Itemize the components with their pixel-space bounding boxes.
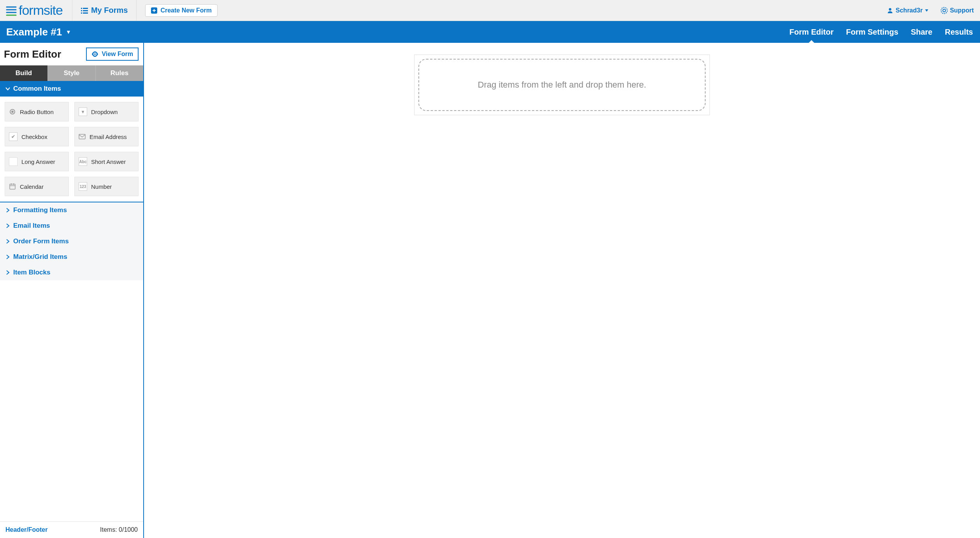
chevron-down-icon — [5, 86, 10, 91]
tab-form-settings-label: Form Settings — [846, 28, 898, 36]
logo[interactable]: formsite — [0, 0, 72, 21]
envelope-icon — [79, 132, 86, 141]
svg-rect-17 — [79, 134, 85, 139]
form-name-dropdown[interactable]: Example #1 ▼ — [6, 26, 71, 38]
section-common-items-label: Common Items — [13, 85, 61, 93]
svg-rect-9 — [83, 12, 88, 14]
sidebar: Form Editor View Form Build Style Rules … — [0, 43, 144, 538]
header-footer-link[interactable]: Header/Footer — [5, 526, 47, 533]
item-radio-button[interactable]: Radio Button — [5, 102, 69, 121]
chevron-right-icon — [5, 239, 10, 244]
svg-point-14 — [94, 53, 96, 55]
chevron-right-icon — [5, 223, 10, 228]
item-dropdown-label: Dropdown — [91, 109, 118, 115]
eye-icon — [91, 51, 98, 57]
section-email-items-label: Email Items — [13, 222, 50, 230]
svg-rect-18 — [10, 184, 15, 189]
chevron-right-icon — [5, 208, 10, 213]
calendar-icon — [9, 182, 16, 191]
create-new-form-label: Create New Form — [160, 7, 212, 14]
my-forms-link[interactable]: My Forms — [72, 0, 136, 21]
item-short-answer-label: Short Answer — [91, 158, 126, 165]
topbar-separator — [136, 0, 137, 21]
item-number[interactable]: 123 Number — [74, 177, 139, 196]
item-long-answer[interactable]: Long Answer — [5, 152, 69, 171]
item-email-address[interactable]: Email Address — [74, 127, 139, 146]
tab-share-label: Share — [911, 28, 933, 36]
section-matrix-grid-items[interactable]: Matrix/Grid Items — [0, 249, 143, 265]
item-long-answer-label: Long Answer — [21, 158, 55, 165]
svg-rect-4 — [81, 8, 82, 9]
tab-results-label: Results — [945, 28, 973, 36]
section-order-form-items[interactable]: Order Form Items — [0, 234, 143, 249]
svg-point-13 — [943, 9, 945, 12]
subtab-build-label: Build — [16, 69, 32, 77]
item-short-answer[interactable]: Abc Short Answer — [74, 152, 139, 171]
view-form-button[interactable]: View Form — [86, 47, 139, 61]
tab-share[interactable]: Share — [910, 28, 933, 37]
subtab-rules-label: Rules — [111, 69, 128, 77]
section-email-items[interactable]: Email Items — [0, 218, 143, 234]
items-grid: Radio Button ▾ Dropdown ✔ Checkbox Email… — [0, 97, 143, 202]
section-matrix-grid-items-label: Matrix/Grid Items — [13, 253, 67, 261]
item-radio-button-label: Radio Button — [20, 109, 54, 115]
section-common-items[interactable]: Common Items — [0, 81, 143, 97]
item-email-address-label: Email Address — [90, 134, 127, 140]
subtab-rules[interactable]: Rules — [95, 65, 143, 81]
item-number-label: Number — [91, 183, 112, 190]
drop-zone-hint: Drag items from the left and drop them h… — [478, 80, 646, 90]
section-item-blocks-label: Item Blocks — [13, 269, 50, 276]
tab-results[interactable]: Results — [944, 28, 974, 37]
radio-icon — [9, 107, 16, 116]
sidebar-title: Form Editor — [4, 48, 61, 60]
subtab-style-label: Style — [64, 69, 80, 77]
list-icon — [81, 7, 88, 14]
subtab-style[interactable]: Style — [47, 65, 95, 81]
svg-point-11 — [889, 8, 891, 10]
section-order-form-items-label: Order Form Items — [13, 237, 69, 245]
svg-point-16 — [11, 111, 14, 113]
tab-form-editor[interactable]: Form Editor — [789, 28, 834, 37]
topbar: formsite My Forms Create New Form Schrad… — [0, 0, 980, 21]
plus-icon — [151, 7, 157, 14]
section-formatting-items[interactable]: Formatting Items — [0, 202, 143, 218]
user-menu[interactable]: Schrad3r — [881, 0, 934, 21]
items-count: Items: 0/1000 — [100, 526, 138, 533]
editor-subtabs: Build Style Rules — [0, 65, 143, 81]
bluebar: Example #1 ▼ Form Editor Form Settings S… — [0, 21, 980, 43]
short-answer-icon: Abc — [79, 157, 87, 166]
item-dropdown[interactable]: ▾ Dropdown — [74, 102, 139, 121]
support-icon — [941, 7, 948, 14]
chevron-right-icon — [5, 270, 10, 275]
item-calendar[interactable]: Calendar — [5, 177, 69, 196]
svg-rect-8 — [81, 12, 82, 14]
item-checkbox[interactable]: ✔ Checkbox — [5, 127, 69, 146]
section-item-blocks[interactable]: Item Blocks — [0, 265, 143, 280]
svg-rect-7 — [83, 10, 88, 11]
svg-point-12 — [941, 7, 947, 14]
drop-zone[interactable]: Drag items from the left and drop them h… — [418, 59, 706, 111]
tab-form-settings[interactable]: Form Settings — [845, 28, 899, 37]
blue-tabs: Form Editor Form Settings Share Results — [789, 28, 974, 37]
item-checkbox-label: Checkbox — [21, 134, 47, 140]
caret-down-icon — [925, 9, 928, 12]
long-answer-icon — [9, 157, 18, 166]
section-formatting-items-label: Formatting Items — [13, 206, 67, 214]
canvas: Drag items from the left and drop them h… — [144, 43, 980, 538]
dropdown-icon: ▾ — [79, 107, 87, 116]
number-icon: 123 — [79, 182, 87, 191]
view-form-label: View Form — [102, 51, 133, 58]
create-new-form-button[interactable]: Create New Form — [145, 4, 218, 17]
item-calendar-label: Calendar — [20, 183, 44, 190]
checkbox-icon: ✔ — [9, 132, 18, 141]
tab-form-editor-label: Form Editor — [789, 28, 833, 36]
subtab-build[interactable]: Build — [0, 65, 47, 81]
support-label: Support — [950, 7, 974, 14]
user-icon — [887, 7, 893, 14]
sidebar-footer: Header/Footer Items: 0/1000 — [0, 521, 143, 538]
caret-down-icon: ▼ — [66, 29, 71, 35]
svg-rect-6 — [81, 10, 82, 11]
canvas-card: Drag items from the left and drop them h… — [414, 55, 710, 115]
support-link[interactable]: Support — [934, 0, 980, 21]
chevron-right-icon — [5, 255, 10, 259]
